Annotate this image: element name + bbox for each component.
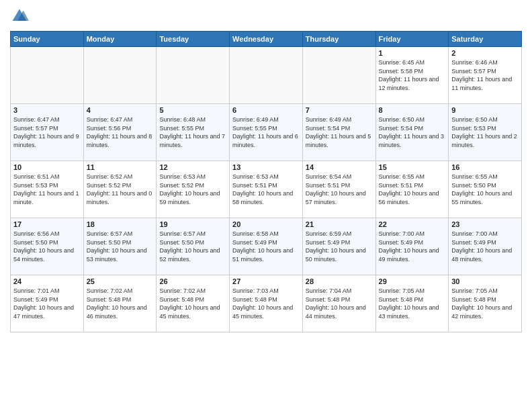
calendar-cell: 14Sunrise: 6:54 AM Sunset: 5:51 PM Dayli… bbox=[302, 161, 375, 218]
day-info: Sunrise: 6:52 AM Sunset: 5:52 PM Dayligh… bbox=[87, 173, 154, 206]
calendar-cell: 9Sunrise: 6:50 AM Sunset: 5:53 PM Daylig… bbox=[449, 104, 522, 161]
weekday-header-monday: Monday bbox=[83, 32, 157, 47]
weekday-header-friday: Friday bbox=[375, 32, 449, 47]
day-info: Sunrise: 6:47 AM Sunset: 5:56 PM Dayligh… bbox=[87, 116, 154, 149]
calendar-cell: 21Sunrise: 6:59 AM Sunset: 5:49 PM Dayli… bbox=[302, 218, 375, 275]
calendar-cell bbox=[230, 47, 303, 104]
day-info: Sunrise: 7:02 AM Sunset: 5:48 PM Dayligh… bbox=[87, 287, 154, 320]
day-number: 21 bbox=[306, 220, 373, 228]
weekday-header-sunday: Sunday bbox=[11, 32, 84, 47]
day-info: Sunrise: 6:54 AM Sunset: 5:51 PM Dayligh… bbox=[306, 173, 373, 206]
calendar-cell: 22Sunrise: 7:00 AM Sunset: 5:49 PM Dayli… bbox=[375, 218, 449, 275]
calendar-cell: 10Sunrise: 6:51 AM Sunset: 5:53 PM Dayli… bbox=[11, 161, 84, 218]
calendar-cell bbox=[83, 47, 157, 104]
day-info: Sunrise: 6:53 AM Sunset: 5:51 PM Dayligh… bbox=[232, 173, 300, 206]
calendar-cell: 12Sunrise: 6:53 AM Sunset: 5:52 PM Dayli… bbox=[157, 161, 230, 218]
calendar-week-4: 17Sunrise: 6:56 AM Sunset: 5:50 PM Dayli… bbox=[11, 218, 522, 275]
day-number: 16 bbox=[451, 163, 519, 171]
day-info: Sunrise: 6:48 AM Sunset: 5:55 PM Dayligh… bbox=[159, 116, 226, 149]
day-info: Sunrise: 6:56 AM Sunset: 5:50 PM Dayligh… bbox=[13, 230, 81, 263]
day-info: Sunrise: 6:50 AM Sunset: 5:54 PM Dayligh… bbox=[379, 116, 446, 149]
calendar-cell: 30Sunrise: 7:05 AM Sunset: 5:48 PM Dayli… bbox=[449, 275, 522, 332]
calendar-cell bbox=[11, 47, 84, 104]
calendar-cell: 28Sunrise: 7:04 AM Sunset: 5:48 PM Dayli… bbox=[302, 275, 375, 332]
day-number: 6 bbox=[232, 106, 300, 114]
calendar-cell: 2Sunrise: 6:46 AM Sunset: 5:57 PM Daylig… bbox=[449, 47, 522, 104]
day-info: Sunrise: 6:59 AM Sunset: 5:49 PM Dayligh… bbox=[306, 230, 373, 263]
day-info: Sunrise: 7:05 AM Sunset: 5:48 PM Dayligh… bbox=[379, 287, 446, 320]
day-info: Sunrise: 6:45 AM Sunset: 5:58 PM Dayligh… bbox=[379, 58, 446, 92]
calendar-week-1: 1Sunrise: 6:45 AM Sunset: 5:58 PM Daylig… bbox=[11, 47, 522, 104]
day-number: 18 bbox=[87, 220, 154, 228]
calendar-cell: 3Sunrise: 6:47 AM Sunset: 5:57 PM Daylig… bbox=[11, 104, 84, 161]
calendar-week-5: 24Sunrise: 7:01 AM Sunset: 5:49 PM Dayli… bbox=[11, 275, 522, 332]
day-info: Sunrise: 7:03 AM Sunset: 5:48 PM Dayligh… bbox=[232, 287, 300, 320]
calendar-cell: 26Sunrise: 7:02 AM Sunset: 5:48 PM Dayli… bbox=[157, 275, 230, 332]
day-info: Sunrise: 6:57 AM Sunset: 5:50 PM Dayligh… bbox=[87, 230, 154, 263]
day-info: Sunrise: 6:55 AM Sunset: 5:51 PM Dayligh… bbox=[379, 173, 446, 206]
day-info: Sunrise: 6:49 AM Sunset: 5:54 PM Dayligh… bbox=[306, 116, 373, 149]
day-number: 13 bbox=[232, 163, 300, 171]
page-container: SundayMondayTuesdayWednesdayThursdayFrid… bbox=[0, 0, 532, 411]
weekday-header-wednesday: Wednesday bbox=[230, 32, 303, 47]
day-info: Sunrise: 6:57 AM Sunset: 5:50 PM Dayligh… bbox=[159, 230, 226, 263]
day-number: 10 bbox=[13, 163, 81, 171]
calendar-cell bbox=[157, 47, 230, 104]
day-info: Sunrise: 7:00 AM Sunset: 5:49 PM Dayligh… bbox=[451, 230, 519, 263]
day-info: Sunrise: 7:02 AM Sunset: 5:48 PM Dayligh… bbox=[159, 287, 226, 320]
day-info: Sunrise: 6:58 AM Sunset: 5:49 PM Dayligh… bbox=[232, 230, 300, 263]
calendar-cell bbox=[302, 47, 375, 104]
calendar-cell: 20Sunrise: 6:58 AM Sunset: 5:49 PM Dayli… bbox=[230, 218, 303, 275]
day-number: 4 bbox=[87, 106, 154, 114]
calendar-cell: 16Sunrise: 6:55 AM Sunset: 5:50 PM Dayli… bbox=[449, 161, 522, 218]
calendar-cell: 7Sunrise: 6:49 AM Sunset: 5:54 PM Daylig… bbox=[302, 104, 375, 161]
calendar-cell: 6Sunrise: 6:49 AM Sunset: 5:55 PM Daylig… bbox=[230, 104, 303, 161]
day-number: 22 bbox=[379, 220, 446, 228]
calendar-cell: 1Sunrise: 6:45 AM Sunset: 5:58 PM Daylig… bbox=[375, 47, 449, 104]
calendar-cell: 27Sunrise: 7:03 AM Sunset: 5:48 PM Dayli… bbox=[230, 275, 303, 332]
day-number: 7 bbox=[306, 106, 373, 114]
calendar-header: SundayMondayTuesdayWednesdayThursdayFrid… bbox=[11, 32, 522, 47]
weekday-header-saturday: Saturday bbox=[449, 32, 522, 47]
day-number: 29 bbox=[379, 277, 446, 285]
day-number: 9 bbox=[451, 106, 519, 114]
header bbox=[10, 7, 522, 26]
calendar-cell: 23Sunrise: 7:00 AM Sunset: 5:49 PM Dayli… bbox=[449, 218, 522, 275]
day-number: 26 bbox=[159, 277, 226, 285]
day-number: 8 bbox=[379, 106, 446, 114]
calendar-cell: 4Sunrise: 6:47 AM Sunset: 5:56 PM Daylig… bbox=[83, 104, 157, 161]
day-number: 5 bbox=[159, 106, 226, 114]
weekday-header-tuesday: Tuesday bbox=[157, 32, 230, 47]
calendar-week-3: 10Sunrise: 6:51 AM Sunset: 5:53 PM Dayli… bbox=[11, 161, 522, 218]
day-number: 25 bbox=[87, 277, 154, 285]
day-info: Sunrise: 6:46 AM Sunset: 5:57 PM Dayligh… bbox=[451, 58, 519, 92]
day-number: 1 bbox=[379, 49, 446, 57]
day-info: Sunrise: 6:47 AM Sunset: 5:57 PM Dayligh… bbox=[13, 116, 81, 149]
day-number: 24 bbox=[13, 277, 81, 285]
calendar-cell: 25Sunrise: 7:02 AM Sunset: 5:48 PM Dayli… bbox=[83, 275, 157, 332]
day-number: 12 bbox=[159, 163, 226, 171]
day-number: 23 bbox=[451, 220, 519, 228]
day-info: Sunrise: 7:05 AM Sunset: 5:48 PM Dayligh… bbox=[451, 287, 519, 320]
day-info: Sunrise: 6:50 AM Sunset: 5:53 PM Dayligh… bbox=[451, 116, 519, 149]
calendar-cell: 5Sunrise: 6:48 AM Sunset: 5:55 PM Daylig… bbox=[157, 104, 230, 161]
calendar-cell: 15Sunrise: 6:55 AM Sunset: 5:51 PM Dayli… bbox=[375, 161, 449, 218]
calendar-cell: 17Sunrise: 6:56 AM Sunset: 5:50 PM Dayli… bbox=[11, 218, 84, 275]
day-info: Sunrise: 6:53 AM Sunset: 5:52 PM Dayligh… bbox=[159, 173, 226, 206]
weekday-header-thursday: Thursday bbox=[302, 32, 375, 47]
day-info: Sunrise: 7:00 AM Sunset: 5:49 PM Dayligh… bbox=[379, 230, 446, 263]
calendar-cell: 18Sunrise: 6:57 AM Sunset: 5:50 PM Dayli… bbox=[83, 218, 157, 275]
day-number: 20 bbox=[232, 220, 300, 228]
calendar-table: SundayMondayTuesdayWednesdayThursdayFrid… bbox=[10, 31, 522, 332]
calendar-cell: 29Sunrise: 7:05 AM Sunset: 5:48 PM Dayli… bbox=[375, 275, 449, 332]
calendar-cell: 24Sunrise: 7:01 AM Sunset: 5:49 PM Dayli… bbox=[11, 275, 84, 332]
day-info: Sunrise: 6:55 AM Sunset: 5:50 PM Dayligh… bbox=[451, 173, 519, 206]
logo bbox=[10, 7, 32, 26]
day-number: 3 bbox=[13, 106, 81, 114]
logo-icon bbox=[10, 7, 29, 26]
day-number: 2 bbox=[451, 49, 519, 57]
day-number: 27 bbox=[232, 277, 300, 285]
day-number: 14 bbox=[306, 163, 373, 171]
day-info: Sunrise: 7:01 AM Sunset: 5:49 PM Dayligh… bbox=[13, 287, 81, 320]
day-number: 11 bbox=[87, 163, 154, 171]
